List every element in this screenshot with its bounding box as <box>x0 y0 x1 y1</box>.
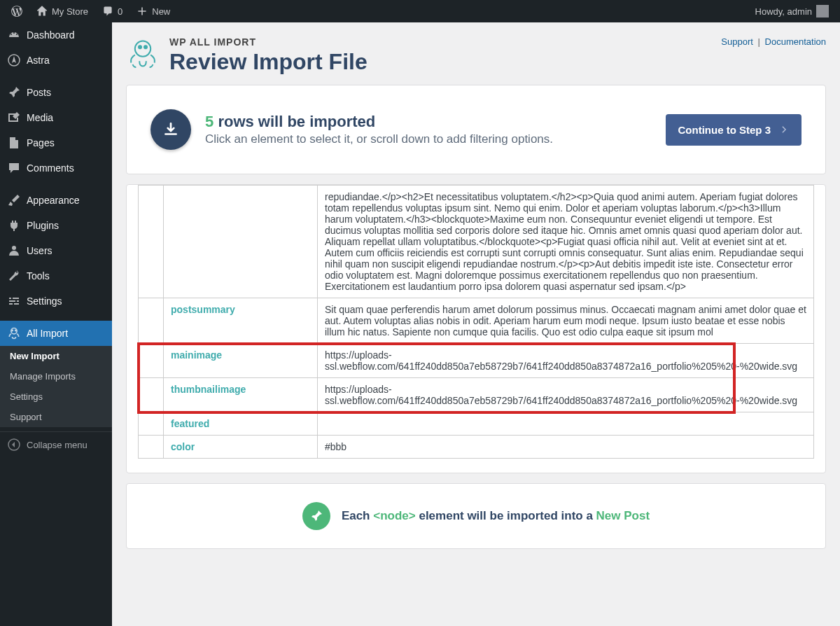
sidebar-item-posts[interactable]: Posts <box>0 80 112 105</box>
brand-label: WP ALL IMPORT <box>169 36 368 48</box>
documentation-link[interactable]: Documentation <box>765 36 826 47</box>
row-count: 5 <box>205 113 214 130</box>
field-value[interactable]: https://uploads-ssl.webflow.com/641ff240… <box>318 344 814 378</box>
avatar <box>816 5 829 18</box>
site-name: My Store <box>52 6 88 17</box>
chevron-right-icon <box>779 125 789 134</box>
menu-label: Dashboard <box>27 29 75 41</box>
svg-point-8 <box>144 46 147 48</box>
brush-icon <box>7 193 21 207</box>
field-key[interactable]: postsummary <box>164 298 318 344</box>
field-value[interactable]: repudiandae.</p><h2>Et necessitatibus vo… <box>318 186 814 298</box>
sidebar-item-all-import[interactable]: All Import <box>0 321 112 346</box>
import-icon <box>7 326 21 340</box>
continue-button[interactable]: Continue to Step 3 <box>666 114 802 146</box>
row-handle <box>139 298 164 344</box>
new-link[interactable]: New <box>131 0 176 22</box>
link-separator: | <box>758 36 760 47</box>
menu-label: Pages <box>27 137 55 148</box>
submenu: New Import Manage Imports Settings Suppo… <box>0 346 112 427</box>
field-key[interactable]: featured <box>164 412 318 436</box>
menu-label: Users <box>27 245 52 256</box>
sidebar-item-tools[interactable]: Tools <box>0 263 112 288</box>
collapse-label: Collapse menu <box>27 440 88 450</box>
row-handle <box>139 344 164 378</box>
field-value[interactable]: https://uploads-ssl.webflow.com/641ff240… <box>318 378 814 412</box>
menu-label: Plugins <box>27 220 59 231</box>
table-row[interactable]: repudiandae.</p><h2>Et necessitatibus vo… <box>139 186 814 298</box>
field-value[interactable]: #bbb <box>318 436 814 459</box>
row-handle <box>139 378 164 412</box>
sidebar-item-astra[interactable]: Astra <box>0 48 112 73</box>
table-row[interactable]: mainimagehttps://uploads-ssl.webflow.com… <box>139 344 814 378</box>
admin-bar: My Store 0 New Howdy, admin <box>0 0 840 22</box>
content-area: WP ALL IMPORT Review Import File Support… <box>112 22 840 626</box>
footer-prefix: Each <box>342 509 373 522</box>
svg-point-7 <box>139 46 141 48</box>
sidebar-item-pages[interactable]: Pages <box>0 130 112 155</box>
doc-links: Support | Documentation <box>721 36 826 47</box>
svg-point-6 <box>135 41 150 56</box>
submenu-settings[interactable]: Settings <box>0 387 112 407</box>
menu-label: All Import <box>27 328 68 339</box>
field-value[interactable] <box>318 412 814 436</box>
download-icon <box>150 109 191 150</box>
menu-label: Astra <box>27 55 50 66</box>
page-icon <box>7 136 21 150</box>
submenu-manage-imports[interactable]: Manage Imports <box>0 366 112 387</box>
table-row[interactable]: postsummarySit quam quae perferendis har… <box>139 298 814 344</box>
admin-sidebar: Dashboard Astra Posts Media Pages Commen… <box>0 22 112 626</box>
data-card: repudiandae.</p><h2>Et necessitatibus vo… <box>126 184 826 473</box>
sidebar-item-appearance[interactable]: Appearance <box>0 188 112 213</box>
table-row[interactable]: color#bbb <box>139 436 814 459</box>
collapse-icon <box>7 438 21 452</box>
svg-point-3 <box>12 330 13 331</box>
field-value[interactable]: Sit quam quae perferendis harum amet dol… <box>318 298 814 344</box>
footer-card: Each <node> element will be imported int… <box>126 483 826 549</box>
table-row[interactable]: thumbnailimagehttps://uploads-ssl.webflo… <box>139 378 814 412</box>
submenu-new-import[interactable]: New Import <box>0 346 112 366</box>
collapse-menu[interactable]: Collapse menu <box>0 431 112 457</box>
import-count-line: 5 rows will be imported <box>205 113 553 131</box>
site-link[interactable]: My Store <box>31 0 94 22</box>
wrench-icon <box>7 269 21 283</box>
sidebar-item-comments[interactable]: Comments <box>0 155 112 181</box>
sidebar-item-dashboard[interactable]: Dashboard <box>0 22 112 48</box>
menu-label: Comments <box>27 162 74 174</box>
field-key[interactable]: mainimage <box>164 344 318 378</box>
submenu-support[interactable]: Support <box>0 407 112 427</box>
field-key[interactable]: thumbnailimage <box>164 378 318 412</box>
menu-label: Appearance <box>27 195 80 206</box>
pin-icon <box>7 85 21 99</box>
page-title: Review Import File <box>169 49 368 75</box>
footer-post: New Post <box>596 509 650 522</box>
sidebar-item-settings[interactable]: Settings <box>0 288 112 314</box>
sidebar-item-plugins[interactable]: Plugins <box>0 213 112 238</box>
howdy-text: Howdy, admin <box>755 6 812 17</box>
comments-link[interactable]: 0 <box>97 0 128 22</box>
support-link[interactable]: Support <box>721 36 753 47</box>
wp-logo[interactable] <box>6 0 28 22</box>
howdy-link[interactable]: Howdy, admin <box>750 0 834 22</box>
svg-point-4 <box>15 330 17 331</box>
comment-icon <box>7 161 21 175</box>
field-key[interactable] <box>164 186 318 298</box>
footer-text: Each <node> element will be imported int… <box>342 509 650 523</box>
sidebar-item-users[interactable]: Users <box>0 238 112 263</box>
comment-icon <box>102 6 113 17</box>
info-card: 5 rows will be imported Click an element… <box>126 85 826 174</box>
sidebar-item-media[interactable]: Media <box>0 105 112 130</box>
field-key[interactable]: color <box>164 436 318 459</box>
info-subtitle: Click an element to select it, or scroll… <box>205 132 553 146</box>
user-icon <box>7 244 21 258</box>
table-row[interactable]: featured <box>139 412 814 436</box>
dashboard-icon <box>7 28 21 42</box>
sliders-icon <box>7 294 21 308</box>
menu-label: Settings <box>27 295 62 307</box>
comments-count: 0 <box>118 6 122 17</box>
svg-point-1 <box>12 246 16 250</box>
data-table: repudiandae.</p><h2>Et necessitatibus vo… <box>138 185 814 459</box>
plug-icon <box>7 218 21 232</box>
plus-icon <box>136 6 148 17</box>
media-icon <box>7 111 21 125</box>
